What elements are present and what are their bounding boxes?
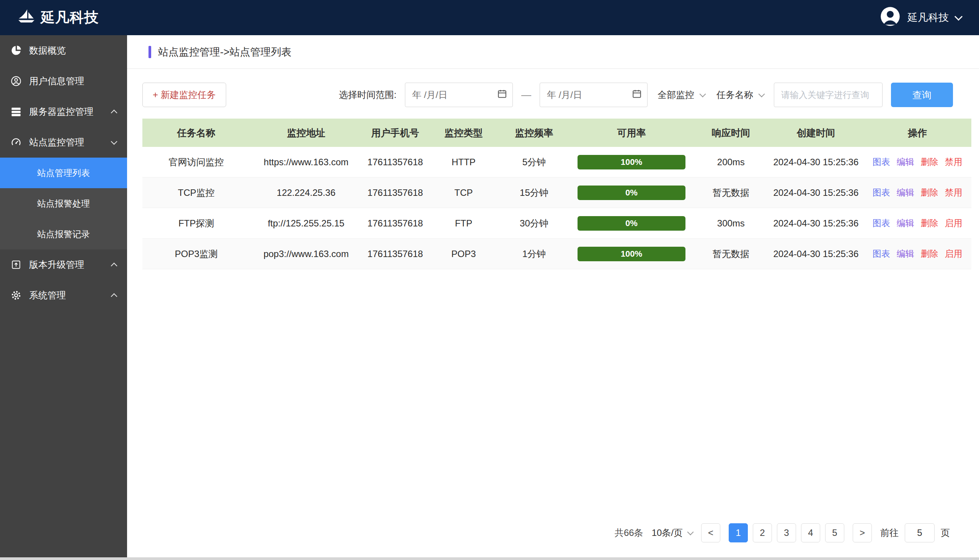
date-end-input[interactable]: 年 /月/日: [540, 83, 648, 107]
cell-created: 2024-04-30 15:25:36: [768, 248, 864, 259]
calendar-icon: [632, 89, 642, 101]
chevron-down-icon: [700, 91, 706, 97]
sidebar-item-version-upgrade[interactable]: 版本升级管理: [0, 249, 127, 280]
server-icon: [10, 105, 22, 118]
edit-link[interactable]: 编辑: [897, 156, 914, 168]
page-size-value: 10条/页: [652, 527, 683, 539]
page-button-4[interactable]: 4: [801, 523, 820, 542]
col-phone: 用户手机号: [362, 127, 428, 139]
chevron-down-icon: [111, 138, 117, 145]
cell-created: 2024-04-30 15:25:36: [768, 218, 864, 229]
goto-suffix: 页: [941, 527, 950, 539]
cell-availability: 0%: [569, 185, 693, 200]
search-input[interactable]: [774, 83, 882, 107]
delete-link[interactable]: 删除: [921, 248, 939, 260]
sidebar-item-data-overview[interactable]: 数据概览: [0, 35, 127, 66]
table-row: TCP监控 122.224.25.36 17611357618 TCP 15分钟…: [142, 177, 971, 208]
breadcrumb: 站点监控管理->站点管理列表: [158, 45, 292, 59]
cell-task-name: 官网访问监控: [142, 156, 250, 168]
date-placeholder: 年 /月/日: [547, 89, 582, 101]
chart-link[interactable]: 图表: [873, 248, 890, 260]
cell-created: 2024-04-30 15:25:36: [768, 157, 864, 168]
monitor-type-select[interactable]: 全部监控: [656, 89, 707, 101]
goto-page-input[interactable]: [905, 523, 935, 542]
sidebar-item-label: 站点监控管理: [29, 136, 105, 148]
cell-url: ftp://125.255.25.15: [250, 218, 362, 229]
sidebar: 数据概览 用户信息管理 服务器监控管理 站点监控管理 站点管理列表 站点报警处理: [0, 35, 127, 560]
cell-url: pop3://www.163.com: [250, 248, 362, 259]
query-button[interactable]: 查询: [891, 83, 953, 107]
user-menu[interactable]: 延凡科技: [880, 6, 961, 30]
edit-link[interactable]: 编辑: [897, 248, 914, 260]
table-row: 官网访问监控 https://www.163.com 17611357618 H…: [142, 147, 971, 177]
cell-type: POP3: [428, 248, 499, 259]
task-name-select[interactable]: 任务名称: [715, 89, 765, 101]
edit-link[interactable]: 编辑: [897, 217, 914, 229]
sidebar-item-label: 版本升级管理: [29, 258, 105, 271]
new-task-button[interactable]: + 新建监控任务: [142, 83, 226, 107]
delete-link[interactable]: 删除: [921, 217, 939, 229]
avatar: [880, 6, 900, 30]
page-button-2[interactable]: 2: [753, 523, 772, 542]
toolbar: + 新建监控任务 选择时间范围: 年 /月/日 — 年 /月/日: [142, 83, 971, 107]
chart-link[interactable]: 图表: [873, 156, 890, 168]
sidebar-subitem-alarm-record[interactable]: 站点报警记录: [0, 219, 127, 249]
toggle-link[interactable]: 启用: [945, 248, 962, 260]
col-created: 创建时间: [768, 127, 864, 139]
availability-bar: 0%: [578, 185, 685, 200]
cell-type: TCP: [428, 187, 499, 198]
next-page-button[interactable]: >: [853, 523, 872, 542]
edit-link[interactable]: 编辑: [897, 187, 914, 198]
sidebar-subitem-site-list[interactable]: 站点管理列表: [0, 158, 127, 188]
cell-response: 300ms: [693, 218, 768, 229]
sidebar-item-site-monitor[interactable]: 站点监控管理: [0, 127, 127, 158]
time-range-label: 选择时间范围:: [339, 89, 396, 101]
cell-phone: 17611357618: [362, 248, 428, 259]
sidebar-subitem-alarm-handle[interactable]: 站点报警处理: [0, 188, 127, 219]
page-size-select[interactable]: 10条/页: [652, 527, 693, 539]
cell-task-name: FTP探测: [142, 217, 250, 230]
user-icon: [10, 75, 22, 87]
cell-response: 暂无数据: [693, 187, 768, 199]
prev-page-button[interactable]: <: [701, 523, 720, 542]
cell-frequency: 30分钟: [499, 217, 569, 230]
toggle-link[interactable]: 禁用: [945, 156, 962, 168]
cell-actions: 图表 编辑 删除 启用: [864, 217, 971, 229]
date-separator: —: [521, 89, 531, 101]
date-start-input[interactable]: 年 /月/日: [405, 83, 513, 107]
col-availability: 可用率: [569, 127, 693, 139]
goto-label: 前往: [880, 527, 899, 539]
sidebar-item-server-monitor[interactable]: 服务器监控管理: [0, 97, 127, 127]
horizontal-scrollbar[interactable]: [0, 557, 979, 560]
toggle-link[interactable]: 禁用: [945, 187, 962, 198]
col-response: 响应时间: [693, 127, 768, 139]
cell-availability: 100%: [569, 247, 693, 261]
page-button-3[interactable]: 3: [777, 523, 796, 542]
delete-link[interactable]: 删除: [921, 156, 939, 168]
gear-icon: [10, 289, 22, 302]
table-row: FTP探测 ftp://125.255.25.15 17611357618 FT…: [142, 208, 971, 239]
sidebar-item-label: 数据概览: [29, 44, 118, 57]
sidebar-item-user-info[interactable]: 用户信息管理: [0, 66, 127, 97]
main: 站点监控管理->站点管理列表 + 新建监控任务 选择时间范围: 年 /月/日 —: [127, 35, 979, 560]
cell-type: HTTP: [428, 157, 499, 168]
page-button-1[interactable]: 1: [729, 523, 748, 542]
page-buttons: 1 2 3 4 5: [729, 523, 844, 542]
table-body: 官网访问监控 https://www.163.com 17611357618 H…: [142, 147, 971, 269]
brand: 延凡科技: [18, 8, 99, 27]
brand-logo-icon: [18, 8, 35, 27]
toggle-link[interactable]: 启用: [945, 217, 962, 229]
availability-bar: 0%: [578, 216, 685, 231]
chevron-up-icon: [111, 263, 117, 269]
cell-created: 2024-04-30 15:25:36: [768, 187, 864, 198]
chart-link[interactable]: 图表: [873, 187, 890, 198]
chart-link[interactable]: 图表: [873, 217, 890, 229]
cell-phone: 17611357618: [362, 157, 428, 168]
page-button-5[interactable]: 5: [825, 523, 844, 542]
cell-availability: 100%: [569, 155, 693, 170]
cell-type: FTP: [428, 218, 499, 229]
chevron-up-icon: [111, 293, 117, 300]
sidebar-item-system-manage[interactable]: 系统管理: [0, 280, 127, 311]
delete-link[interactable]: 删除: [921, 187, 939, 198]
breadcrumb-bar: 站点监控管理->站点管理列表: [127, 35, 979, 69]
